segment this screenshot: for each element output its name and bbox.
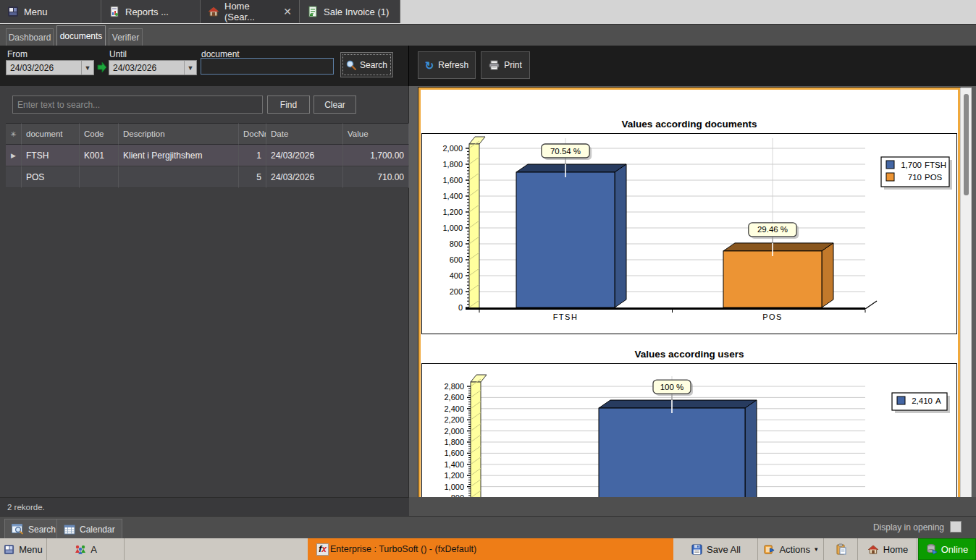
find-button[interactable]: Find: [267, 96, 310, 114]
record-count-status: 2 rekorde.: [0, 497, 409, 516]
tab-sale-invoice[interactable]: Sale Invoice (1): [300, 0, 400, 23]
svg-text:FTSH: FTSH: [553, 313, 579, 321]
refresh-icon: ↻: [425, 60, 434, 71]
fx-icon: fx: [316, 543, 329, 556]
documents-panel: Find Clear ✳ document Code Description D…: [0, 86, 409, 497]
column-header-document[interactable]: document: [22, 123, 80, 145]
tab-home-search[interactable]: Home (Sear... ✕: [201, 0, 300, 23]
filter-panel: From 24/03/2026 ▼ Until 24/03/2026 ▼ doc…: [0, 46, 409, 86]
chart-users: 8001,0001,2001,4001,6001,8002,0002,2002,…: [421, 363, 957, 499]
search-button[interactable]: Search: [340, 52, 393, 77]
svg-text:800: 800: [450, 239, 463, 248]
paste-button[interactable]: [825, 538, 858, 560]
dock-tab-calendar[interactable]: Calendar: [56, 519, 122, 539]
svg-text:1,700: 1,700: [901, 161, 922, 169]
documents-grid: ✳ document Code Description DocNr Date V…: [6, 123, 409, 188]
svg-text:1,800: 1,800: [444, 438, 464, 446]
clear-button[interactable]: Clear: [314, 96, 356, 114]
cell-value: 710.00: [343, 166, 409, 188]
search-button-label: Search: [360, 60, 387, 70]
home-icon: [867, 544, 879, 555]
refresh-label: Refresh: [438, 60, 468, 70]
actions-button[interactable]: Actions ▾: [759, 538, 824, 560]
from-date-combo[interactable]: 24/03/2026 ▼: [6, 60, 94, 75]
report-icon: [109, 6, 120, 17]
save-all-label: Save All: [707, 544, 741, 555]
save-all-button[interactable]: Save All: [675, 538, 758, 560]
tab-verifier[interactable]: Verifier: [109, 28, 143, 46]
table-row[interactable]: POS 5 24/03/2026 710.00: [6, 166, 409, 188]
column-header-description[interactable]: Description: [119, 123, 239, 145]
tab-label: Home (Sear...: [224, 1, 268, 22]
cell-date: 24/03/2026: [266, 145, 343, 166]
until-date-value: 24/03/2026: [113, 63, 156, 73]
from-date-value: 24/03/2026: [10, 63, 54, 73]
session-title: Enterprise : TurboSoft () - (fxDefault): [330, 544, 476, 554]
tab-label: Sale Invoice (1): [324, 7, 389, 17]
tab-label: Menu: [24, 7, 48, 17]
find-input[interactable]: [12, 96, 263, 114]
tab-label: Dashboard: [9, 33, 51, 43]
chart-users-svg: 8001,0001,2001,4001,6001,8002,0002,2002,…: [422, 364, 956, 499]
svg-text:1,600: 1,600: [442, 176, 463, 184]
tab-label: documents: [60, 31, 103, 41]
close-icon[interactable]: ✕: [283, 6, 292, 17]
printer-icon: [489, 60, 500, 70]
taskbar-menu-label: Menu: [19, 544, 43, 555]
green-arrow-icon: [96, 61, 108, 73]
tab-dashboard[interactable]: Dashboard: [6, 28, 54, 46]
chevron-down-icon[interactable]: ▼: [81, 61, 93, 75]
vertical-scrollbar[interactable]: [960, 88, 972, 499]
tab-documents[interactable]: documents: [56, 25, 106, 46]
chevron-down-icon[interactable]: ▾: [815, 546, 818, 553]
active-session-bar[interactable]: fx Enterprise : TurboSoft () - (fxDefaul…: [308, 538, 673, 560]
svg-text:1,400: 1,400: [444, 460, 464, 469]
cell-document: FTSH: [22, 145, 80, 166]
table-row[interactable]: ▶ FTSH K001 Klient i Pergjithshem 1 24/0…: [6, 145, 409, 166]
scrollbar-thumb[interactable]: [964, 94, 969, 195]
display-in-opening-checkbox[interactable]: [950, 521, 962, 533]
column-header-code[interactable]: Code: [80, 123, 119, 145]
from-label: From: [7, 49, 28, 59]
svg-text:400: 400: [450, 271, 463, 280]
home-button[interactable]: Home: [859, 538, 917, 560]
cell-date: 24/03/2026: [266, 166, 343, 188]
taskbar-menu-button[interactable]: Menu: [0, 538, 47, 560]
svg-text:70.54 %: 70.54 %: [550, 147, 581, 156]
cell-value: 1,700.00: [343, 145, 409, 166]
window-icon: [4, 544, 14, 555]
cell-document: POS: [22, 166, 80, 188]
indicator-column-header[interactable]: ✳: [6, 123, 22, 145]
svg-text:0: 0: [458, 303, 463, 312]
cell-description: [119, 166, 239, 188]
window-icon: [7, 6, 19, 17]
report-toolbar: ↻ Refresh Print: [409, 46, 976, 86]
taskbar-user-button[interactable]: A: [48, 538, 125, 560]
svg-text:POS: POS: [925, 173, 943, 182]
svg-text:2,600: 2,600: [444, 393, 464, 402]
column-header-date[interactable]: Date: [266, 123, 343, 145]
tab-menu[interactable]: Menu: [0, 0, 101, 23]
report-page: Values according documents 0200400600800…: [418, 88, 960, 499]
calendar-icon: [64, 524, 75, 535]
svg-text:POS: POS: [762, 313, 783, 321]
svg-text:1,800: 1,800: [442, 160, 463, 169]
svg-text:2,000: 2,000: [444, 427, 464, 436]
dock-tab-search[interactable]: Search: [4, 519, 63, 539]
tab-reports[interactable]: Reports ...: [101, 0, 201, 23]
document-input[interactable]: [201, 58, 334, 75]
print-label: Print: [504, 60, 522, 70]
svg-text:2,410: 2,410: [912, 396, 933, 405]
svg-text:100 %: 100 %: [660, 383, 684, 391]
column-header-docnr[interactable]: DocNr: [239, 123, 266, 145]
until-date-combo[interactable]: 24/03/2026 ▼: [109, 60, 197, 75]
taskbar-user-label: A: [91, 544, 97, 555]
report-viewer: Values according documents 0200400600800…: [409, 86, 976, 512]
chevron-down-icon[interactable]: ▼: [184, 61, 196, 75]
print-button[interactable]: Print: [481, 51, 530, 79]
invoice-icon: [307, 6, 319, 17]
refresh-button[interactable]: ↻ Refresh: [418, 51, 476, 79]
online-button[interactable]: Online: [918, 538, 976, 560]
column-header-value[interactable]: Value: [343, 123, 409, 145]
svg-text:FTSH: FTSH: [925, 161, 946, 169]
